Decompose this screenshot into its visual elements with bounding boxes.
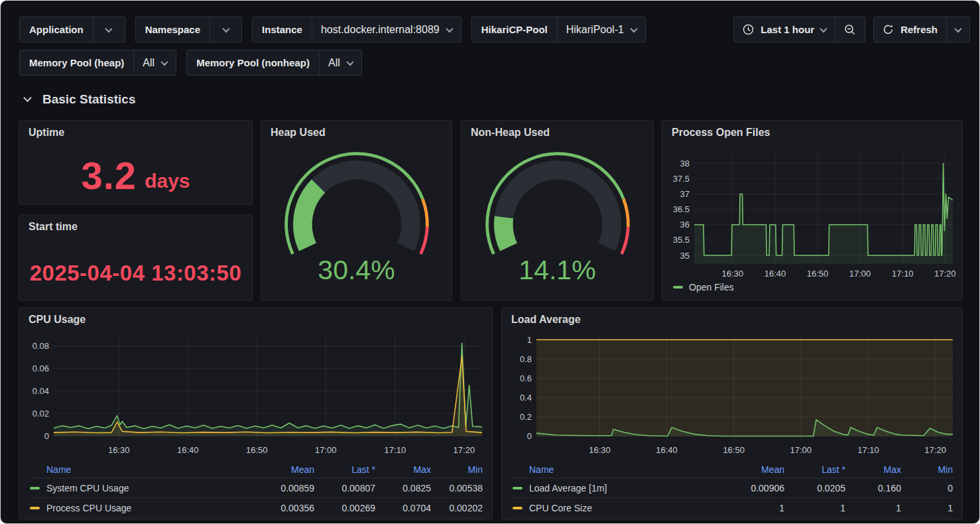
svg-text:1: 1 <box>527 335 532 345</box>
variable-hikaricp-pool-select[interactable]: HikariPool-1 <box>557 17 645 42</box>
zoom-out-button[interactable] <box>835 17 865 42</box>
variable-hikaricp-pool[interactable]: HikariCP-Pool HikariPool-1 <box>471 17 646 42</box>
variables-row-2: Memory Pool (heap) All Memory Pool (nonh… <box>19 50 362 76</box>
legend-col-min[interactable]: Min <box>902 464 954 475</box>
refresh-label: Refresh <box>900 24 938 35</box>
svg-text:0.8: 0.8 <box>520 354 532 364</box>
mean-value: 0.00859 <box>252 483 316 493</box>
svg-text:16:50: 16:50 <box>723 445 745 455</box>
svg-text:0.06: 0.06 <box>32 363 49 373</box>
time-range-picker[interactable]: Last 1 hour <box>734 17 835 42</box>
legend-row-load-average: Load Average [1m] 0.00906 0.0205 0.160 0 <box>510 478 954 498</box>
series-swatch <box>513 487 522 490</box>
variable-instance[interactable]: Instance host.docker.internal:8089 <box>252 17 461 42</box>
series-name[interactable]: Open Files <box>689 282 734 293</box>
mean-value: 0.00356 <box>252 503 316 513</box>
legend-row-process-cpu: Process CPU Usage 0.00356 0.00269 0.0704… <box>27 498 484 518</box>
variable-namespace-label: Namespace <box>136 17 210 42</box>
cpu-usage-chart[interactable]: 16:3016:4016:5017:0017:1017:2000.020.040… <box>25 328 489 458</box>
last-value: 0.0205 <box>786 483 847 493</box>
svg-text:16:30: 16:30 <box>721 269 743 279</box>
max-value: 0.0825 <box>377 483 432 493</box>
svg-text:0.02: 0.02 <box>32 409 49 419</box>
series-swatch <box>30 487 40 490</box>
panel-title[interactable]: Load Average <box>511 314 581 326</box>
variables-row-1: Application Namespace Instance host.dock… <box>19 17 646 42</box>
series-name[interactable]: System CPU Usage <box>46 483 129 493</box>
variable-memory-pool-nonheap-select[interactable]: All <box>319 50 361 75</box>
panel-title[interactable]: Non-Heap Used <box>471 127 550 139</box>
legend-col-last[interactable]: Last * <box>786 464 847 475</box>
chevron-down-icon <box>630 25 637 32</box>
grafana-dashboard: Application Namespace Instance host.dock… <box>0 0 980 524</box>
svg-text:17:20: 17:20 <box>454 445 475 455</box>
variable-hikaricp-pool-value: HikariPool-1 <box>566 24 624 36</box>
legend-row-system-cpu: System CPU Usage 0.00859 0.00807 0.0825 … <box>27 478 484 498</box>
svg-text:0.2: 0.2 <box>520 412 532 422</box>
legend-col-name[interactable]: Name <box>510 464 722 475</box>
chevron-down-icon <box>954 25 961 32</box>
open-files-chart[interactable]: 16:3016:4016:5017:0017:1017:203535.53636… <box>665 147 959 281</box>
svg-text:0.08: 0.08 <box>32 341 49 351</box>
max-value: 1 <box>847 503 902 513</box>
legend-col-last[interactable]: Last * <box>316 464 377 475</box>
section-basic-statistics[interactable]: Basic Statistics <box>25 92 135 107</box>
panel-title[interactable]: CPU Usage <box>29 314 86 326</box>
svg-text:37: 37 <box>680 189 690 199</box>
svg-text:16:50: 16:50 <box>246 445 268 455</box>
panel-process-open-files: Process Open Files 16:3016:4016:5017:001… <box>662 120 963 301</box>
svg-text:17:10: 17:10 <box>892 269 914 279</box>
load-average-chart[interactable]: 16:3016:4016:5017:0017:1017:2000.20.40.6… <box>507 328 959 458</box>
open-files-legend[interactable]: Open Files <box>673 282 734 293</box>
series-name[interactable]: Load Average [1m] <box>529 483 607 493</box>
section-title: Basic Statistics <box>42 92 135 107</box>
refresh-interval-dropdown[interactable] <box>946 17 969 42</box>
panel-title[interactable]: Start time <box>29 221 78 233</box>
svg-text:0.04: 0.04 <box>32 386 49 396</box>
chevron-down-icon <box>446 25 453 32</box>
panel-title[interactable]: Heap Used <box>271 127 326 139</box>
chevron-down-icon <box>222 25 229 32</box>
panel-title[interactable]: Process Open Files <box>672 127 770 139</box>
panel-heap-used: Heap Used 30.4% <box>261 120 452 301</box>
min-value: 0 <box>902 483 954 493</box>
svg-text:35: 35 <box>680 251 690 261</box>
legend-col-min[interactable]: Min <box>432 464 484 475</box>
svg-text:0.6: 0.6 <box>520 373 532 383</box>
chevron-down-icon <box>820 25 827 32</box>
variable-memory-pool-heap[interactable]: Memory Pool (heap) All <box>19 50 176 76</box>
legend-col-max[interactable]: Max <box>847 464 902 475</box>
uptime-stat: 3.2 days <box>19 146 252 204</box>
variable-memory-pool-nonheap-value: All <box>328 57 340 69</box>
variable-instance-select[interactable]: host.docker.internal:8089 <box>312 17 461 42</box>
legend-col-mean[interactable]: Mean <box>722 464 786 475</box>
variable-memory-pool-heap-select[interactable]: All <box>133 50 176 75</box>
series-name[interactable]: Process CPU Usage <box>46 503 131 513</box>
uptime-value: 3.2 <box>81 153 137 198</box>
svg-text:0: 0 <box>527 431 532 441</box>
last-value: 1 <box>786 503 847 513</box>
svg-text:35.5: 35.5 <box>673 235 690 245</box>
legend-col-name[interactable]: Name <box>27 464 252 475</box>
last-value: 0.00269 <box>316 503 377 513</box>
series-name[interactable]: CPU Core Size <box>529 503 592 513</box>
panel-title[interactable]: Uptime <box>29 127 64 139</box>
legend-col-mean[interactable]: Mean <box>252 464 316 475</box>
variable-application-select[interactable] <box>93 17 125 42</box>
variable-hikaricp-pool-label: HikariCP-Pool <box>472 17 557 42</box>
variable-memory-pool-nonheap[interactable]: Memory Pool (nonheap) All <box>186 50 362 76</box>
legend-col-max[interactable]: Max <box>377 464 432 475</box>
last-value: 0.00807 <box>316 483 377 493</box>
svg-text:37.5: 37.5 <box>673 174 690 184</box>
variable-namespace[interactable]: Namespace <box>135 17 242 42</box>
variable-namespace-select[interactable] <box>210 17 241 42</box>
variable-application[interactable]: Application <box>19 17 125 42</box>
uptime-unit: days <box>145 170 190 192</box>
variable-memory-pool-heap-label: Memory Pool (heap) <box>20 50 133 75</box>
refresh-button[interactable]: Refresh <box>874 17 946 42</box>
svg-text:17:00: 17:00 <box>315 445 337 455</box>
svg-text:16:30: 16:30 <box>589 445 611 455</box>
svg-text:36: 36 <box>680 220 690 229</box>
svg-text:17:00: 17:00 <box>849 269 871 279</box>
svg-text:16:30: 16:30 <box>108 445 130 455</box>
